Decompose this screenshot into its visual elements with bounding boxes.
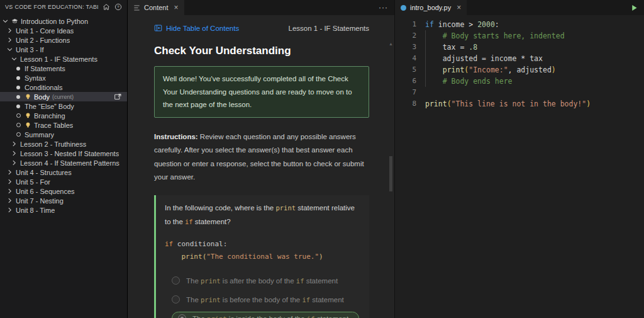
line-number: 4 [395, 53, 416, 64]
radio-button[interactable] [172, 295, 180, 304]
chevron-right-icon[interactable] [6, 197, 13, 204]
toc-item-label: Unit 6 - Sequences [16, 188, 75, 195]
chevron-right-icon[interactable] [10, 150, 18, 157]
close-icon[interactable]: × [174, 4, 179, 11]
line-number: 2 [395, 30, 416, 42]
answer-option-2[interactable]: The print is before the body of the if s… [172, 293, 360, 306]
code-line: 7 [395, 87, 644, 98]
bullet-icon [14, 95, 22, 99]
hollow-bullet-icon [16, 113, 21, 118]
bullet-icon [14, 76, 22, 80]
toc-item-label: Unit 2 - Functions [16, 37, 70, 44]
open-preview-button[interactable] [114, 93, 123, 101]
scroll-up-icon[interactable]: ▲ [389, 42, 393, 46]
code-text: adjusted = income * tax [416, 53, 543, 64]
sidebar-header: VS CODE FOR EDUCATION: TABLE OF CON... ? [0, 0, 127, 13]
python-file-icon [401, 5, 406, 11]
toc-item-unit-7-nesting[interactable]: Unit 7 - Nesting [0, 196, 127, 205]
toc-item-if-statements[interactable]: If Statements [0, 64, 127, 73]
chevron-right-icon [6, 188, 13, 195]
toc-item-label: Unit 8 - Time [16, 207, 55, 214]
chevron-right-icon[interactable] [6, 37, 13, 43]
option-label: The print is after the body of the if st… [186, 277, 338, 285]
toc-item-lesson-1-if-statements[interactable]: Lesson 1 - IF Statements [0, 54, 127, 64]
chevron-right-icon[interactable] [6, 169, 13, 176]
chevron-right-icon [6, 207, 13, 213]
answer-option-3[interactable]: The print is inside the body of the if s… [172, 312, 359, 318]
chevron-down-icon[interactable] [6, 46, 13, 53]
toc-item-syntax[interactable]: Syntax [0, 73, 127, 82]
run-button[interactable] [630, 4, 638, 12]
tab-content[interactable]: Content × [128, 0, 184, 15]
svg-text:?: ? [117, 5, 119, 9]
lightbulb-icon [25, 122, 31, 128]
chevron-right-icon[interactable] [6, 178, 13, 185]
chevron-down-icon[interactable] [10, 55, 18, 62]
content-body: Hide Table of Contents Lesson 1 - IF Sta… [128, 15, 394, 318]
radio-button[interactable] [178, 314, 186, 318]
hide-toc-link[interactable]: Hide Table of Contents [154, 24, 239, 32]
chevron-right-icon[interactable] [10, 140, 18, 147]
chevron-right-icon[interactable] [10, 159, 18, 166]
answer-option-1[interactable]: The print is after the body of the if st… [172, 274, 360, 287]
content-scrollbar[interactable] [389, 156, 392, 191]
radio-button[interactable] [172, 276, 180, 285]
home-icon[interactable] [103, 3, 110, 11]
toc-item-lesson-3-nested-if-statements[interactable]: Lesson 3 - Nested If Statements [0, 149, 127, 158]
toc-item-label: Unit 7 - Nesting [16, 197, 64, 205]
page-title: Check Your Understanding [154, 45, 369, 57]
inline-code: print [207, 315, 227, 318]
indent-guide [425, 30, 426, 87]
inline-code: if [185, 218, 193, 225]
code-text: print("This line is not in the body!") [416, 98, 591, 110]
toc-item-label: Syntax [25, 74, 46, 82]
toc-item-introduction-to-python[interactable]: Introduction to Python [0, 16, 127, 26]
code-line: 1if income > 2000: [395, 19, 644, 30]
toc-item-lesson-2-truthiness[interactable]: Lesson 2 - Truthiness [0, 139, 127, 149]
toc-item-unit-1-core-ideas[interactable]: Unit 1 - Core Ideas [0, 26, 127, 35]
toc-item-unit-8-time[interactable]: Unit 8 - Time [0, 205, 127, 215]
chevron-right-icon [6, 197, 13, 204]
toc-item-label: Lesson 1 - IF Statements [20, 55, 97, 63]
inline-code: print [201, 296, 221, 304]
inline-code: if [307, 315, 315, 318]
toc-item-label: Trace Tables [34, 122, 73, 129]
chevron-right-icon[interactable] [6, 188, 13, 195]
toc-item-label: Body [34, 93, 50, 101]
toc-item-label: Unit 5 - For [16, 178, 50, 186]
more-actions-button[interactable]: ··· [379, 3, 388, 12]
toc-item-conditionals[interactable]: Conditionals [0, 82, 127, 92]
chevron-right-icon[interactable] [6, 207, 13, 213]
toc-item-label: Unit 3 - If [16, 46, 44, 54]
toc-item-unit-2-functions[interactable]: Unit 2 - Functions [0, 35, 127, 45]
toc-item-label: If Statements [25, 65, 65, 72]
content-panel: Content × ··· Hide Table of Contents Les… [128, 0, 395, 318]
toc-item-trace-tables[interactable]: Trace Tables [0, 120, 127, 130]
chevron-right-icon[interactable] [6, 27, 13, 34]
toc-item-unit-5-for[interactable]: Unit 5 - For [0, 177, 127, 186]
question-code-line: print("The conditional was true.") [165, 251, 360, 263]
help-icon[interactable]: ? [114, 3, 122, 11]
toc-item-the-else-body[interactable]: The “Else” Body [0, 101, 127, 111]
bullet-icon [14, 67, 22, 71]
toc-item-summary[interactable]: Summary [0, 130, 127, 139]
toc-item-label: Summary [25, 131, 54, 139]
toc-item-unit-6-sequences[interactable]: Unit 6 - Sequences [0, 186, 127, 196]
filled-bullet-icon [16, 76, 20, 80]
open-preview-icon [114, 93, 122, 101]
toc-item-label: Branching [34, 112, 65, 120]
hollow-bullet-icon [16, 132, 21, 137]
editor-code[interactable]: 1if income > 2000:2 # Body starts here, … [395, 15, 644, 318]
filled-bullet-icon [16, 105, 20, 108]
toc-item-body[interactable]: Body(current) [0, 92, 127, 101]
toc-item-branching[interactable]: Branching [0, 111, 127, 120]
chevron-right-icon [6, 37, 13, 43]
chevron-down-icon[interactable] [1, 18, 9, 25]
close-icon[interactable]: × [457, 4, 461, 11]
toc-item-unit-4-structures[interactable]: Unit 4 - Structures [0, 168, 127, 177]
tab-intro-body-py[interactable]: intro_body.py × [395, 0, 467, 15]
toc-item-lesson-4-if-statement-patterns[interactable]: Lesson 4 - If Statement Patterns [0, 158, 127, 168]
toc-item-unit-3-if[interactable]: Unit 3 - If [0, 45, 127, 54]
code-text: print("Income:", adjusted) [416, 64, 556, 76]
chevron-right-icon [6, 169, 13, 176]
